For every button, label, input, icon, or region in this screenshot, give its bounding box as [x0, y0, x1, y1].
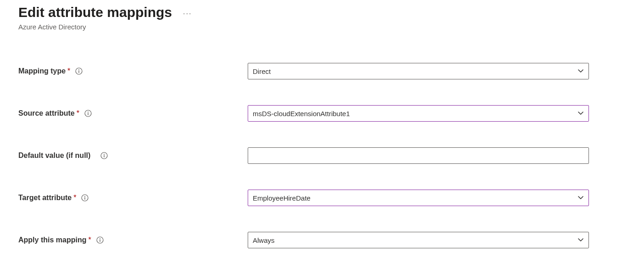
info-icon[interactable] [96, 236, 104, 244]
label-source-attribute: Source attribute * [18, 109, 248, 118]
default-value-input[interactable] [248, 147, 589, 164]
label-text: Default value (if null) [18, 151, 90, 160]
required-indicator: * [88, 236, 91, 244]
select-value: Always [253, 236, 275, 244]
label-text: Source attribute [18, 109, 75, 118]
source-attribute-select[interactable]: msDS-cloudExtensionAttribute1 [248, 105, 589, 122]
info-icon[interactable] [84, 109, 92, 118]
select-value: Direct [253, 67, 271, 75]
chevron-down-icon [577, 195, 584, 201]
label-mapping-type: Mapping type * [18, 67, 248, 75]
required-indicator: * [73, 194, 76, 202]
chevron-down-icon [577, 68, 584, 74]
info-icon[interactable] [81, 194, 89, 202]
row-target-attribute: Target attribute * EmployeeHireDate [18, 190, 626, 206]
label-target-attribute: Target attribute * [18, 194, 248, 202]
label-apply-mapping: Apply this mapping * [18, 236, 248, 244]
info-icon[interactable] [75, 67, 83, 75]
chevron-down-icon [577, 237, 584, 243]
row-mapping-type: Mapping type * Direct [18, 63, 626, 79]
row-default-value: Default value (if null) * [18, 147, 626, 164]
mapping-type-select[interactable]: Direct [248, 63, 589, 79]
more-actions-button[interactable]: ··· [183, 7, 192, 18]
page-subtitle: Azure Active Directory [18, 23, 626, 31]
label-text: Target attribute [18, 194, 72, 202]
select-value: EmployeeHireDate [253, 194, 311, 202]
label-text: Mapping type [18, 67, 66, 75]
row-source-attribute: Source attribute * msDS-cloudExtensionAt… [18, 105, 626, 122]
chevron-down-icon [577, 110, 584, 117]
label-text: Apply this mapping [18, 236, 86, 244]
apply-mapping-select[interactable]: Always [248, 232, 589, 248]
attribute-mapping-form: Mapping type * Direct Source attribute * [18, 63, 626, 248]
info-icon[interactable] [100, 151, 108, 160]
target-attribute-select[interactable]: EmployeeHireDate [248, 190, 589, 206]
select-value: msDS-cloudExtensionAttribute1 [253, 110, 350, 118]
required-indicator: * [67, 67, 70, 75]
required-indicator: * [77, 109, 79, 118]
edit-attribute-mappings-page: Edit attribute mappings ··· Azure Active… [0, 0, 644, 267]
page-header: Edit attribute mappings ··· [18, 5, 626, 20]
row-apply-mapping: Apply this mapping * Always [18, 232, 626, 248]
page-title: Edit attribute mappings [18, 5, 172, 20]
label-default-value: Default value (if null) * [18, 151, 248, 160]
